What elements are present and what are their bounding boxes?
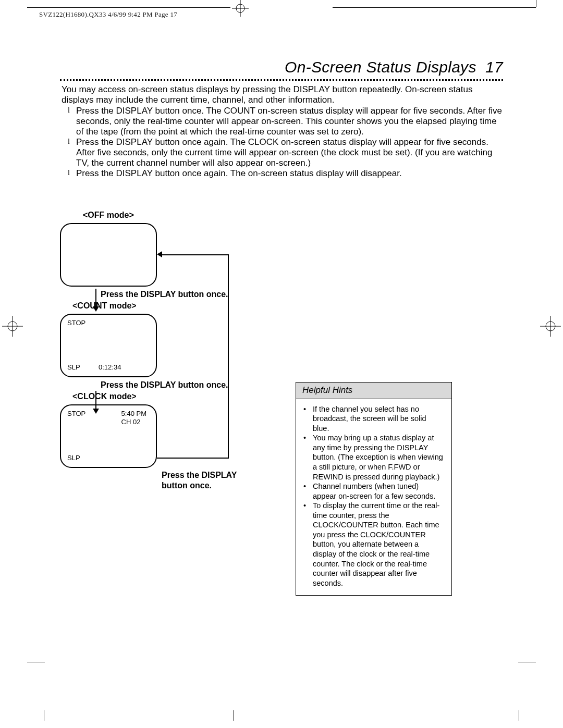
- hint-item: •If the channel you select has no broadc…: [303, 404, 444, 434]
- registration-mark-icon: [232, 0, 249, 17]
- count-mode-screen: STOP SLP 0:12:34: [60, 314, 157, 377]
- crop-mark: [518, 662, 536, 662]
- clock-mode-screen: STOP 5:40 PM CH 02 SLP: [60, 404, 157, 468]
- screen-counter: 0:12:34: [99, 363, 121, 371]
- bullet-list: lPress the DISPLAY button once. The COUN…: [68, 106, 503, 179]
- screen-speed: SLP: [67, 454, 80, 462]
- page-title-text: On-Screen Status Displays: [285, 58, 476, 76]
- count-mode-label: <COUNT mode>: [72, 301, 258, 311]
- off-mode-label: <OFF mode>: [83, 211, 258, 220]
- list-item: lPress the DISPLAY button once again. Th…: [68, 137, 503, 168]
- hint-item: •To display the current time or the real…: [303, 501, 444, 588]
- intro-paragraph: You may access on-screen status displays…: [62, 84, 503, 105]
- helpful-hints-title: Helpful Hints: [296, 382, 451, 399]
- press-label-1: Press the DISPLAY button once.: [101, 290, 258, 299]
- hint-item: •Channel numbers (when tuned) appear on-…: [303, 482, 444, 501]
- crop-tick: [44, 710, 44, 721]
- page-number: 17: [485, 58, 503, 76]
- list-item: lPress the DISPLAY button once. The COUN…: [68, 106, 503, 137]
- screen-status: STOP: [67, 319, 85, 327]
- press-label-2: Press the DISPLAY button once.: [101, 380, 258, 390]
- clock-mode-label: <CLOCK mode>: [72, 392, 258, 401]
- press-label-3: Press the DISPLAY button once.: [162, 470, 250, 491]
- registration-mark-icon: [2, 316, 23, 337]
- title-divider: [60, 79, 503, 81]
- off-mode-screen: [60, 223, 157, 287]
- crop-tick: [234, 710, 234, 721]
- registration-mark-icon: [540, 316, 561, 337]
- screen-speed: SLP: [67, 363, 80, 371]
- list-item: lPress the DISPLAY button once again. Th…: [68, 168, 503, 179]
- hint-item: •You may bring up a status display at an…: [303, 433, 444, 482]
- screen-time-ch: 5:40 PM CH 02: [121, 410, 146, 426]
- print-header: SVZ122(H1680).QX33 4/6/99 9:42 PM Page 1…: [39, 10, 177, 19]
- crop-mark: [27, 662, 45, 662]
- screen-status: STOP: [67, 410, 85, 417]
- page-title: On-Screen Status Displays 17: [60, 58, 503, 76]
- page-title-block: On-Screen Status Displays 17: [60, 58, 503, 81]
- helpful-hints-box: Helpful Hints •If the channel you select…: [296, 382, 452, 596]
- crop-tick: [519, 710, 519, 721]
